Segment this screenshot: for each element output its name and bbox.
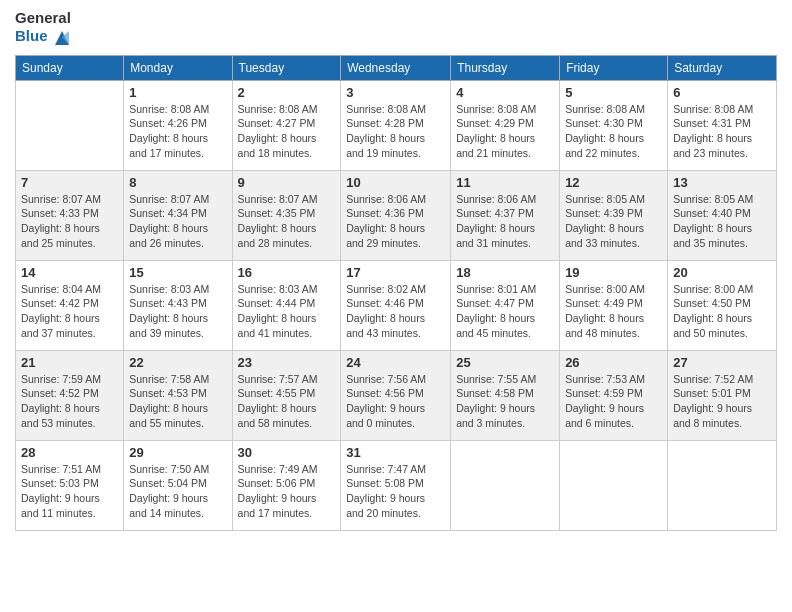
calendar-header-tuesday: Tuesday	[232, 55, 341, 80]
calendar-header-saturday: Saturday	[668, 55, 777, 80]
day-detail: Sunrise: 8:08 AMSunset: 4:26 PMDaylight:…	[129, 102, 226, 161]
day-number: 20	[673, 265, 771, 280]
calendar-cell: 13Sunrise: 8:05 AMSunset: 4:40 PMDayligh…	[668, 170, 777, 260]
day-number: 17	[346, 265, 445, 280]
day-detail: Sunrise: 8:06 AMSunset: 4:36 PMDaylight:…	[346, 192, 445, 251]
day-number: 3	[346, 85, 445, 100]
day-number: 5	[565, 85, 662, 100]
page-container: General Blue SundayMondayTuesdayWednesda…	[0, 0, 792, 541]
logo-general: General	[15, 10, 73, 27]
day-detail: Sunrise: 8:03 AMSunset: 4:44 PMDaylight:…	[238, 282, 336, 341]
day-number: 10	[346, 175, 445, 190]
day-detail: Sunrise: 8:02 AMSunset: 4:46 PMDaylight:…	[346, 282, 445, 341]
day-detail: Sunrise: 8:00 AMSunset: 4:50 PMDaylight:…	[673, 282, 771, 341]
day-detail: Sunrise: 8:08 AMSunset: 4:29 PMDaylight:…	[456, 102, 554, 161]
day-number: 27	[673, 355, 771, 370]
calendar-cell: 1Sunrise: 8:08 AMSunset: 4:26 PMDaylight…	[124, 80, 232, 170]
day-detail: Sunrise: 8:04 AMSunset: 4:42 PMDaylight:…	[21, 282, 118, 341]
calendar-week-3: 14Sunrise: 8:04 AMSunset: 4:42 PMDayligh…	[16, 260, 777, 350]
calendar-header-thursday: Thursday	[451, 55, 560, 80]
calendar-cell: 27Sunrise: 7:52 AMSunset: 5:01 PMDayligh…	[668, 350, 777, 440]
day-detail: Sunrise: 8:05 AMSunset: 4:39 PMDaylight:…	[565, 192, 662, 251]
calendar-header-sunday: Sunday	[16, 55, 124, 80]
day-number: 22	[129, 355, 226, 370]
day-number: 2	[238, 85, 336, 100]
calendar-cell: 8Sunrise: 8:07 AMSunset: 4:34 PMDaylight…	[124, 170, 232, 260]
calendar-cell: 17Sunrise: 8:02 AMSunset: 4:46 PMDayligh…	[341, 260, 451, 350]
header: General Blue	[15, 10, 777, 47]
day-detail: Sunrise: 7:52 AMSunset: 5:01 PMDaylight:…	[673, 372, 771, 431]
day-detail: Sunrise: 8:08 AMSunset: 4:31 PMDaylight:…	[673, 102, 771, 161]
calendar-cell: 24Sunrise: 7:56 AMSunset: 4:56 PMDayligh…	[341, 350, 451, 440]
calendar-cell: 15Sunrise: 8:03 AMSunset: 4:43 PMDayligh…	[124, 260, 232, 350]
day-number: 16	[238, 265, 336, 280]
day-number: 13	[673, 175, 771, 190]
calendar-cell: 28Sunrise: 7:51 AMSunset: 5:03 PMDayligh…	[16, 440, 124, 530]
day-detail: Sunrise: 7:58 AMSunset: 4:53 PMDaylight:…	[129, 372, 226, 431]
day-detail: Sunrise: 7:53 AMSunset: 4:59 PMDaylight:…	[565, 372, 662, 431]
day-number: 29	[129, 445, 226, 460]
calendar-cell	[560, 440, 668, 530]
calendar-cell: 16Sunrise: 8:03 AMSunset: 4:44 PMDayligh…	[232, 260, 341, 350]
calendar-cell: 14Sunrise: 8:04 AMSunset: 4:42 PMDayligh…	[16, 260, 124, 350]
calendar-header-row: SundayMondayTuesdayWednesdayThursdayFrid…	[16, 55, 777, 80]
day-detail: Sunrise: 7:59 AMSunset: 4:52 PMDaylight:…	[21, 372, 118, 431]
logo: General Blue	[15, 10, 73, 47]
calendar-week-5: 28Sunrise: 7:51 AMSunset: 5:03 PMDayligh…	[16, 440, 777, 530]
calendar-cell: 2Sunrise: 8:08 AMSunset: 4:27 PMDaylight…	[232, 80, 341, 170]
day-number: 8	[129, 175, 226, 190]
day-number: 9	[238, 175, 336, 190]
calendar-cell: 26Sunrise: 7:53 AMSunset: 4:59 PMDayligh…	[560, 350, 668, 440]
day-number: 21	[21, 355, 118, 370]
day-number: 19	[565, 265, 662, 280]
day-detail: Sunrise: 7:49 AMSunset: 5:06 PMDaylight:…	[238, 462, 336, 521]
calendar-cell: 23Sunrise: 7:57 AMSunset: 4:55 PMDayligh…	[232, 350, 341, 440]
day-number: 7	[21, 175, 118, 190]
day-number: 31	[346, 445, 445, 460]
day-number: 25	[456, 355, 554, 370]
day-detail: Sunrise: 7:51 AMSunset: 5:03 PMDaylight:…	[21, 462, 118, 521]
day-detail: Sunrise: 8:03 AMSunset: 4:43 PMDaylight:…	[129, 282, 226, 341]
day-detail: Sunrise: 8:08 AMSunset: 4:30 PMDaylight:…	[565, 102, 662, 161]
calendar-week-4: 21Sunrise: 7:59 AMSunset: 4:52 PMDayligh…	[16, 350, 777, 440]
calendar-cell: 3Sunrise: 8:08 AMSunset: 4:28 PMDaylight…	[341, 80, 451, 170]
day-number: 15	[129, 265, 226, 280]
day-number: 14	[21, 265, 118, 280]
calendar-cell: 30Sunrise: 7:49 AMSunset: 5:06 PMDayligh…	[232, 440, 341, 530]
calendar-cell: 31Sunrise: 7:47 AMSunset: 5:08 PMDayligh…	[341, 440, 451, 530]
day-number: 30	[238, 445, 336, 460]
calendar-cell: 18Sunrise: 8:01 AMSunset: 4:47 PMDayligh…	[451, 260, 560, 350]
day-number: 26	[565, 355, 662, 370]
day-detail: Sunrise: 7:55 AMSunset: 4:58 PMDaylight:…	[456, 372, 554, 431]
calendar-cell: 25Sunrise: 7:55 AMSunset: 4:58 PMDayligh…	[451, 350, 560, 440]
day-number: 4	[456, 85, 554, 100]
day-detail: Sunrise: 8:06 AMSunset: 4:37 PMDaylight:…	[456, 192, 554, 251]
day-detail: Sunrise: 8:07 AMSunset: 4:34 PMDaylight:…	[129, 192, 226, 251]
calendar-cell	[16, 80, 124, 170]
day-number: 1	[129, 85, 226, 100]
day-detail: Sunrise: 7:56 AMSunset: 4:56 PMDaylight:…	[346, 372, 445, 431]
day-detail: Sunrise: 7:50 AMSunset: 5:04 PMDaylight:…	[129, 462, 226, 521]
day-detail: Sunrise: 7:47 AMSunset: 5:08 PMDaylight:…	[346, 462, 445, 521]
logo-blue: Blue	[15, 28, 48, 45]
day-number: 6	[673, 85, 771, 100]
day-detail: Sunrise: 8:05 AMSunset: 4:40 PMDaylight:…	[673, 192, 771, 251]
day-detail: Sunrise: 8:08 AMSunset: 4:28 PMDaylight:…	[346, 102, 445, 161]
calendar-cell: 9Sunrise: 8:07 AMSunset: 4:35 PMDaylight…	[232, 170, 341, 260]
calendar-header-monday: Monday	[124, 55, 232, 80]
day-number: 23	[238, 355, 336, 370]
calendar-cell: 22Sunrise: 7:58 AMSunset: 4:53 PMDayligh…	[124, 350, 232, 440]
day-detail: Sunrise: 8:08 AMSunset: 4:27 PMDaylight:…	[238, 102, 336, 161]
day-detail: Sunrise: 8:00 AMSunset: 4:49 PMDaylight:…	[565, 282, 662, 341]
calendar-header-wednesday: Wednesday	[341, 55, 451, 80]
calendar-header-friday: Friday	[560, 55, 668, 80]
day-number: 28	[21, 445, 118, 460]
calendar-cell: 6Sunrise: 8:08 AMSunset: 4:31 PMDaylight…	[668, 80, 777, 170]
day-number: 24	[346, 355, 445, 370]
day-number: 18	[456, 265, 554, 280]
logo-icon	[51, 27, 73, 47]
calendar-table: SundayMondayTuesdayWednesdayThursdayFrid…	[15, 55, 777, 531]
day-detail: Sunrise: 7:57 AMSunset: 4:55 PMDaylight:…	[238, 372, 336, 431]
calendar-cell: 20Sunrise: 8:00 AMSunset: 4:50 PMDayligh…	[668, 260, 777, 350]
day-detail: Sunrise: 8:01 AMSunset: 4:47 PMDaylight:…	[456, 282, 554, 341]
